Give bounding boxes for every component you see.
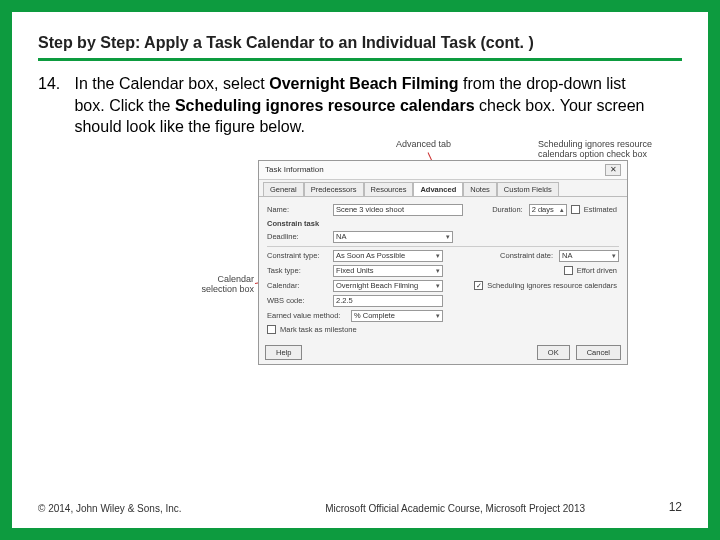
evm-field[interactable]: % Complete▾ bbox=[351, 310, 443, 322]
constraint-type-label: Constraint type: bbox=[267, 251, 329, 260]
effort-driven-label: Effort driven bbox=[577, 266, 617, 275]
tab-notes[interactable]: Notes bbox=[463, 182, 497, 196]
dialog-tabs: General Predecessors Resources Advanced … bbox=[259, 180, 627, 197]
tab-predecessors[interactable]: Predecessors bbox=[304, 182, 364, 196]
deadline-field[interactable]: NA▾ bbox=[333, 231, 453, 243]
tab-custom-fields[interactable]: Custom Fields bbox=[497, 182, 559, 196]
duration-label: Duration: bbox=[492, 205, 522, 214]
estimated-label: Estimated bbox=[584, 205, 617, 214]
deadline-label: Deadline: bbox=[267, 232, 329, 241]
scheduling-ignores-label: Scheduling ignores resource calendars bbox=[487, 281, 617, 290]
footer-page-number: 12 bbox=[669, 500, 682, 514]
help-button[interactable]: Help bbox=[265, 345, 302, 360]
wbs-field[interactable]: 2.2.5 bbox=[333, 295, 443, 307]
footer-copyright: © 2014, John Wiley & Sons, Inc. bbox=[38, 503, 182, 514]
slide-heading: Step by Step: Apply a Task Calendar to a… bbox=[38, 34, 682, 61]
step-number: 14. bbox=[38, 73, 68, 95]
name-field[interactable]: Scene 3 video shoot bbox=[333, 204, 463, 216]
callout-scheduling-checkbox: Scheduling ignores resource calendars op… bbox=[538, 140, 658, 160]
chevron-down-icon[interactable]: ▾ bbox=[436, 267, 440, 275]
cancel-button[interactable]: Cancel bbox=[576, 345, 621, 360]
tab-general[interactable]: General bbox=[263, 182, 304, 196]
screenshot-area: Advanced tab Scheduling ignores resource… bbox=[38, 140, 682, 496]
scheduling-ignores-checkbox[interactable]: ✓ bbox=[474, 281, 483, 290]
tab-advanced[interactable]: Advanced bbox=[413, 182, 463, 196]
slide-footer: © 2014, John Wiley & Sons, Inc. Microsof… bbox=[38, 496, 682, 514]
slide-frame: Step by Step: Apply a Task Calendar to a… bbox=[0, 0, 720, 540]
constraint-type-field[interactable]: As Soon As Possible▾ bbox=[333, 250, 443, 262]
dialog-title: Task Information bbox=[265, 165, 324, 174]
chevron-down-icon[interactable]: ▾ bbox=[436, 282, 440, 290]
constraint-date-field[interactable]: NA▾ bbox=[559, 250, 619, 262]
name-label: Name: bbox=[267, 205, 329, 214]
milestone-label: Mark task as milestone bbox=[280, 325, 357, 334]
wbs-label: WBS code: bbox=[267, 296, 329, 305]
spinner-icon[interactable]: ▴ bbox=[560, 206, 564, 214]
tab-resources[interactable]: Resources bbox=[364, 182, 414, 196]
callout-calendar-box: Calendar selection box bbox=[198, 275, 254, 295]
constrain-section: Constrain task bbox=[267, 219, 319, 228]
constraint-date-label: Constraint date: bbox=[500, 251, 553, 260]
chevron-down-icon[interactable]: ▾ bbox=[446, 233, 450, 241]
task-information-dialog: Task Information ✕ General Predecessors … bbox=[258, 160, 628, 365]
estimated-checkbox[interactable] bbox=[571, 205, 580, 214]
task-type-field[interactable]: Fixed Units▾ bbox=[333, 265, 443, 277]
calendar-field[interactable]: Overnight Beach Filming▾ bbox=[333, 280, 443, 292]
milestone-checkbox[interactable] bbox=[267, 325, 276, 334]
callout-advanced-tab: Advanced tab bbox=[396, 140, 451, 150]
chevron-down-icon[interactable]: ▾ bbox=[436, 252, 440, 260]
evm-label: Earned value method: bbox=[267, 311, 347, 320]
effort-driven-checkbox[interactable] bbox=[564, 266, 573, 275]
chevron-down-icon[interactable]: ▾ bbox=[436, 312, 440, 320]
close-icon[interactable]: ✕ bbox=[605, 164, 621, 176]
chevron-down-icon[interactable]: ▾ bbox=[612, 252, 616, 260]
footer-course: Microsoft Official Academic Course, Micr… bbox=[182, 503, 669, 514]
duration-field[interactable]: 2 days▴ bbox=[529, 204, 567, 216]
task-type-label: Task type: bbox=[267, 266, 329, 275]
calendar-label: Calendar: bbox=[267, 281, 329, 290]
ok-button[interactable]: OK bbox=[537, 345, 570, 360]
step-text: 14. In the Calendar box, select Overnigh… bbox=[38, 73, 682, 138]
